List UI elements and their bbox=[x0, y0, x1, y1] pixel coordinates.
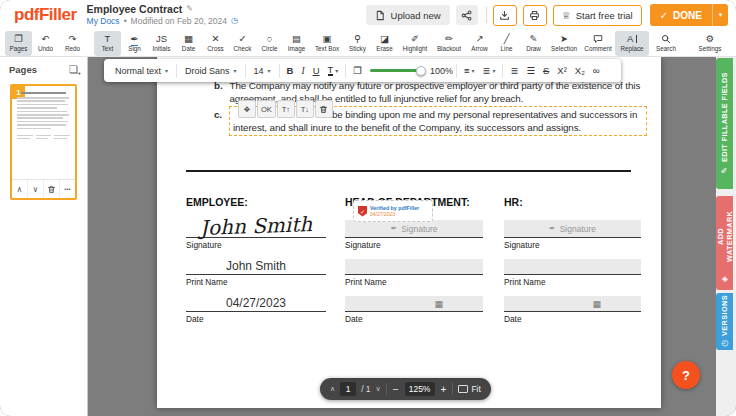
line-spacing-dropdown[interactable]: ≣▾ bbox=[478, 65, 499, 76]
delete-field-button[interactable] bbox=[315, 100, 333, 118]
help-button[interactable]: ? bbox=[672, 361, 700, 389]
tool-pages[interactable]: ❐Pages bbox=[5, 31, 32, 56]
tool-line[interactable]: ╱Line bbox=[493, 31, 520, 56]
font-increase-button[interactable]: T↑ bbox=[277, 100, 295, 118]
share-button[interactable] bbox=[456, 5, 478, 25]
tool-erase[interactable]: ◪Erase bbox=[371, 31, 398, 56]
signature-label: Signature bbox=[186, 240, 326, 250]
opacity-slider[interactable] bbox=[370, 69, 422, 72]
add-watermark-tab[interactable]: ◈ ADD WATERMARK bbox=[716, 196, 733, 290]
version-history-icon[interactable]: ◷ bbox=[231, 17, 238, 26]
hr-heading: HR: bbox=[504, 196, 641, 210]
text-color-icon: T bbox=[328, 65, 334, 76]
text-icon: T bbox=[105, 34, 111, 44]
page-thumbnail[interactable]: 1 bbox=[10, 84, 77, 200]
date-label: Date bbox=[345, 314, 483, 324]
download-button[interactable] bbox=[493, 5, 517, 26]
check-icon: ✓ bbox=[239, 34, 247, 44]
employee-signature-value[interactable]: John Smith bbox=[200, 213, 313, 239]
tool-cross[interactable]: ✕Cross bbox=[202, 31, 229, 56]
tool-search[interactable]: Search bbox=[649, 31, 683, 56]
paragraph-style-dropdown[interactable]: Normal text▾ bbox=[110, 66, 173, 76]
tool-highlight[interactable]: ✐Highlight bbox=[398, 31, 432, 56]
breadcrumb[interactable]: My Docs bbox=[87, 17, 120, 26]
tool-sticky[interactable]: ⚲Sticky bbox=[344, 31, 371, 56]
delete-page-button[interactable] bbox=[43, 180, 59, 198]
copy-style-button[interactable]: ❐ bbox=[349, 65, 366, 76]
text-color-dropdown[interactable]: T▾ bbox=[324, 65, 343, 76]
zoom-in-button[interactable]: + bbox=[440, 384, 448, 395]
hod-print-name-field[interactable] bbox=[345, 259, 483, 274]
tool-selection[interactable]: ➤Selection bbox=[547, 31, 581, 56]
tool-image[interactable]: ▤Image bbox=[283, 31, 310, 56]
tool-text-box[interactable]: ▣Text Box bbox=[310, 31, 344, 56]
hr-date-field[interactable]: ▦ bbox=[504, 296, 641, 311]
tool-undo[interactable]: ↶Undo bbox=[32, 31, 59, 56]
previous-page-button[interactable]: ∧ bbox=[330, 385, 335, 393]
clause-b-label: b. bbox=[214, 79, 223, 105]
versions-tab[interactable]: ◷ VERSIONS bbox=[716, 293, 733, 350]
tool-date[interactable]: ▦Date bbox=[175, 31, 202, 56]
page-number-input[interactable]: 1 bbox=[340, 382, 356, 396]
tool-draw[interactable]: ✎Draw bbox=[520, 31, 547, 56]
done-button[interactable]: ✓ DONE ▾ bbox=[650, 4, 728, 26]
tool-settings[interactable]: ⚙ Settings bbox=[693, 31, 727, 56]
hod-date-field[interactable]: ▦ bbox=[345, 296, 483, 311]
modified-timestamp: Modified on Feb 20, 2024 bbox=[131, 17, 227, 26]
add-page-button[interactable]: ❏+ bbox=[69, 64, 78, 75]
document-page[interactable]: b. The Company may notify any future or … bbox=[157, 57, 661, 408]
watermark-icon: ◈ bbox=[720, 275, 729, 284]
ok-button[interactable]: OK bbox=[257, 100, 276, 118]
tool-comment[interactable]: Comment bbox=[581, 31, 615, 56]
pdffiller-logo[interactable]: pdfFiller bbox=[14, 5, 77, 25]
underline-button[interactable]: U bbox=[309, 65, 324, 76]
fit-to-width-button[interactable]: Fit bbox=[458, 384, 480, 394]
italic-button[interactable]: I bbox=[297, 66, 308, 76]
font-decrease-button[interactable]: T↓ bbox=[296, 100, 314, 118]
upload-new-button[interactable]: Upload new bbox=[366, 5, 450, 25]
next-page-button[interactable]: ∨ bbox=[376, 385, 381, 393]
strikethrough-button[interactable]: S bbox=[539, 65, 553, 76]
zoom-level-input[interactable]: 125% bbox=[405, 382, 435, 396]
employee-print-name-value[interactable]: John Smith bbox=[226, 259, 286, 274]
print-button[interactable] bbox=[523, 5, 547, 26]
tool-replace[interactable]: A Replace bbox=[615, 31, 649, 56]
zoom-out-button[interactable]: − bbox=[392, 384, 400, 395]
employee-date-value[interactable]: 04/27/2023 bbox=[226, 296, 286, 311]
tool-circle[interactable]: ○Circle bbox=[256, 31, 283, 56]
signature-label: Signature bbox=[504, 240, 641, 250]
font-family-dropdown[interactable]: Droid Sans▾ bbox=[180, 66, 242, 76]
rename-icon[interactable]: ✎ bbox=[186, 5, 193, 14]
more-page-actions-button[interactable]: ••• bbox=[59, 180, 75, 198]
done-dropdown-caret[interactable]: ▾ bbox=[712, 4, 728, 26]
tool-sign[interactable]: ✒Sign bbox=[121, 31, 148, 56]
tool-check[interactable]: ✓Check bbox=[229, 31, 256, 56]
tool-redo[interactable]: ↷Redo bbox=[59, 31, 86, 56]
move-page-down-button[interactable]: ∨ bbox=[27, 180, 43, 198]
align-dropdown[interactable]: ≡▾ bbox=[460, 65, 479, 76]
circle-icon: ○ bbox=[267, 34, 273, 44]
hr-signature-field[interactable]: ✒ Signature bbox=[504, 220, 641, 237]
tool-arrow[interactable]: ↗Arrow bbox=[466, 31, 493, 56]
move-page-up-button[interactable]: ∧ bbox=[12, 180, 27, 198]
tool-text[interactable]: TText bbox=[94, 31, 121, 56]
slider-knob[interactable] bbox=[416, 66, 426, 76]
header-divider bbox=[486, 7, 487, 23]
edit-fillable-fields-tab[interactable]: ✎ EDIT FILLABLE FIELDS bbox=[716, 58, 733, 189]
tool-initials[interactable]: JSInitials bbox=[148, 31, 175, 56]
hod-signature-field[interactable]: ✒ Signature bbox=[345, 220, 483, 237]
start-free-trial-button[interactable]: ♕ Start free trial bbox=[553, 5, 642, 26]
pages-panel: Pages ❏+ 1 bbox=[0, 57, 88, 416]
bold-button[interactable]: B bbox=[283, 65, 298, 76]
font-size-dropdown[interactable]: 14▾ bbox=[249, 66, 276, 76]
upload-doc-icon bbox=[375, 10, 386, 21]
link-button[interactable]: ∞ bbox=[589, 65, 604, 76]
subscript-button[interactable]: X₂ bbox=[571, 65, 589, 76]
ordered-list-button[interactable]: ≣ bbox=[506, 65, 522, 76]
verified-stamp[interactable]: ✓ Verified by pdfFiller 04/27/2023 bbox=[353, 200, 433, 222]
superscript-button[interactable]: X² bbox=[553, 65, 571, 76]
move-field-button[interactable]: ✥ bbox=[238, 100, 256, 118]
tool-blackout[interactable]: ✏Blackout bbox=[432, 31, 466, 56]
hr-print-name-field[interactable] bbox=[504, 259, 641, 274]
bullet-list-button[interactable]: ☰ bbox=[522, 65, 539, 76]
